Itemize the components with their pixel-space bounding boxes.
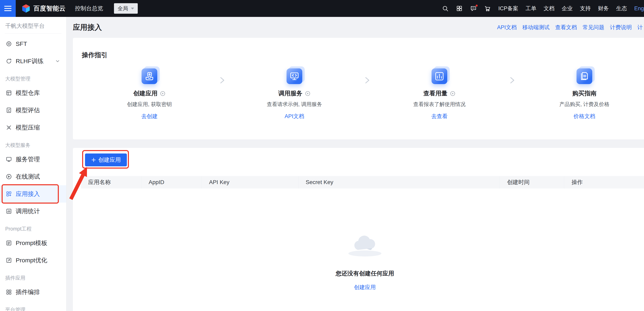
step-title: 查看用量 — [423, 89, 448, 98]
region-selector[interactable]: 全局 — [114, 3, 138, 14]
chevron-right-icon — [210, 76, 234, 120]
column-header-app-id: AppID — [141, 176, 202, 189]
create-app-link[interactable]: 创建应用 — [354, 284, 376, 291]
sidebar-item-label: 应用接入 — [16, 190, 40, 198]
cart-icon[interactable] — [484, 5, 491, 12]
model-repo-icon — [6, 90, 12, 96]
column-header-created-at: 创建时间 — [500, 176, 564, 189]
language-selector[interactable]: English — [634, 5, 644, 12]
sidebar-item-plugin-orchestrate[interactable]: 插件编排 — [0, 284, 66, 301]
empty-state-text: 您还没有创建任何应用 — [336, 270, 394, 278]
sidebar: 千帆大模型平台 SFTRLHF训练大模型管理模型仓库模型评估模型压缩大模型服务服… — [0, 17, 66, 311]
main-content: 应用接入 API文档移动端测试查看文档常见问题计费说明计 操作指引 创建应用创建… — [66, 17, 644, 311]
step-title: 调用服务 — [278, 89, 302, 98]
guide-step-view-usage: 查看用量查看报表了解使用情况去查看 — [379, 68, 500, 120]
step-title: 购买指南 — [572, 89, 596, 98]
console-overview-link[interactable]: 控制台总览 — [75, 5, 103, 12]
play-icon[interactable] — [160, 91, 166, 96]
sidebar-item-model-repo[interactable]: 模型仓库 — [0, 84, 66, 102]
app-table-header: 应用名称AppIDAPI KeySecret Key创建时间操作 — [81, 176, 644, 189]
sidebar-item-call-stats[interactable]: 调用统计 — [0, 203, 66, 220]
sft-icon — [6, 41, 12, 47]
header-link-api-docs[interactable]: API文档 — [497, 24, 517, 31]
plugin-orchestrate-icon — [6, 289, 12, 295]
step-link-call-service[interactable]: API文档 — [284, 113, 304, 120]
column-header-actions: 操作 — [564, 176, 644, 189]
play-icon[interactable] — [450, 91, 456, 96]
sidebar-item-label: RLHF训练 — [16, 57, 44, 65]
sidebar-section-label: 平台管理 — [0, 304, 66, 311]
sidebar-nav: SFTRLHF训练大模型管理模型仓库模型评估模型压缩大模型服务服务管理在线测试应… — [0, 35, 66, 311]
brand[interactable]: 百度智能云 — [21, 4, 66, 13]
products-grid-icon[interactable] — [456, 5, 463, 12]
header-link-billing-desc[interactable]: 计费说明 — [610, 24, 632, 31]
header-link-faq[interactable]: 常见问题 — [582, 24, 604, 31]
sidebar-item-prompt-template[interactable]: Prompt模板 — [0, 234, 66, 252]
platform-title: 千帆大模型平台 — [0, 17, 66, 29]
sidebar-item-label: 服务管理 — [16, 155, 40, 164]
topbar-link-support[interactable]: 支持 — [580, 5, 591, 12]
header-link-mobile-test[interactable]: 移动端测试 — [522, 24, 550, 31]
call-stats-icon — [6, 208, 12, 214]
sidebar-item-rlhf-training[interactable]: RLHF训练 — [0, 52, 66, 70]
guide-step-buy-guide: 购买指南产品购买, 计费及价格价格文档 — [524, 68, 644, 120]
brand-name: 百度智能云 — [34, 4, 66, 13]
column-header-secret-key: Secret Key — [298, 176, 500, 189]
sidebar-item-sft[interactable]: SFT — [0, 35, 66, 52]
topbar-link-finance[interactable]: 财务 — [598, 5, 609, 12]
column-header-api-key: API Key — [202, 176, 298, 189]
empty-state: 您还没有创建任何应用 创建应用 — [81, 230, 644, 291]
sidebar-item-service-mgmt[interactable]: 服务管理 — [0, 151, 66, 168]
step-description: 查看请求示例, 调用服务 — [267, 101, 322, 108]
search-icon[interactable] — [442, 5, 449, 12]
model-compress-icon — [6, 124, 12, 131]
app-list-card: 创建应用 应用名称AppIDAPI KeySecret Key创建时间操作 您还… — [73, 148, 644, 311]
topbar-link-ecosystem[interactable]: 生态 — [616, 5, 627, 12]
sidebar-item-online-test[interactable]: 在线测试 — [0, 168, 66, 185]
messages-icon[interactable] — [470, 5, 477, 12]
sidebar-item-app-access[interactable]: 应用接入 — [0, 185, 66, 203]
hamburger-menu-button[interactable] — [0, 0, 16, 17]
topbar-right: ICP备案工单文档企业支持财务生态English — [442, 0, 644, 17]
step-link-view-usage[interactable]: 去查看 — [431, 113, 448, 120]
chevron-down-icon — [131, 8, 134, 9]
sidebar-item-model-eval[interactable]: 模型评估 — [0, 102, 66, 119]
model-eval-icon — [6, 107, 12, 113]
call-service-step-icon — [286, 68, 302, 84]
step-description: 查看报表了解使用情况 — [413, 101, 466, 108]
sidebar-section-label: 大模型管理 — [0, 73, 66, 84]
step-description: 产品购买, 计费及价格 — [560, 101, 609, 108]
header-link-billing-truncated[interactable]: 计 — [637, 24, 643, 31]
chevron-right-icon — [355, 76, 379, 120]
screen: 百度智能云 控制台总览 全局 ICP备案工单文档企业支持财务生态English … — [0, 0, 644, 311]
topbar-link-icp-filing[interactable]: ICP备案 — [498, 5, 518, 12]
header-link-view-docs[interactable]: 查看文档 — [555, 24, 577, 31]
page-header-links: API文档移动端测试查看文档常见问题计费说明计 — [497, 24, 643, 31]
topbar-link-docs[interactable]: 文档 — [544, 5, 554, 12]
step-link-create-app[interactable]: 去创建 — [141, 113, 158, 120]
sidebar-item-prompt-optimize[interactable]: Prompt优化 — [0, 252, 66, 269]
buy-guide-step-icon — [576, 68, 592, 84]
sidebar-item-label: 模型仓库 — [16, 89, 40, 97]
step-link-buy-guide[interactable]: 价格文档 — [574, 113, 595, 120]
play-icon[interactable] — [305, 91, 310, 96]
online-test-icon — [6, 173, 12, 180]
topbar-link-enterprise[interactable]: 企业 — [562, 5, 572, 12]
sidebar-item-model-compress[interactable]: 模型压缩 — [0, 119, 66, 136]
create-app-button[interactable]: 创建应用 — [85, 153, 127, 166]
region-selector-value: 全局 — [118, 5, 128, 12]
chevron-down-icon — [55, 58, 60, 64]
plus-icon — [91, 157, 96, 163]
sidebar-item-label: 在线测试 — [16, 173, 40, 181]
page-header: 应用接入 API文档移动端测试查看文档常见问题计费说明计 — [66, 17, 644, 38]
sidebar-item-label: 模型压缩 — [16, 123, 40, 132]
sidebar-item-label: Prompt模板 — [16, 239, 47, 247]
view-usage-step-icon — [432, 68, 447, 84]
topbar-link-tickets[interactable]: 工单 — [526, 5, 536, 12]
sidebar-item-label: 插件编排 — [16, 288, 40, 296]
sidebar-section-label: 大模型服务 — [0, 139, 66, 151]
page-title: 应用接入 — [73, 22, 102, 32]
sidebar-item-label: 模型评估 — [16, 106, 40, 114]
prompt-template-icon — [6, 240, 12, 246]
topbar: 百度智能云 控制台总览 全局 ICP备案工单文档企业支持财务生态English — [0, 0, 644, 17]
